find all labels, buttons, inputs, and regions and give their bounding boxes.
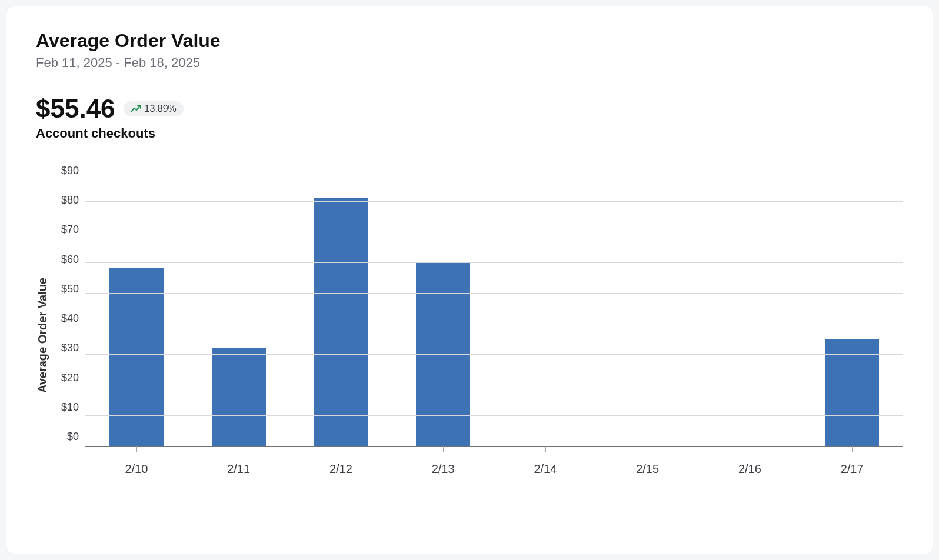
card-title: Average Order Value (36, 30, 903, 52)
y-tick-label: $50 (53, 284, 79, 294)
x-tick-label: 2/15 (597, 462, 699, 476)
x-tick-label: 2/13 (392, 462, 494, 476)
gridline (85, 415, 903, 416)
gridline (85, 262, 903, 263)
y-axis-ticks: $90$80$70$60$50$40$30$20$10$0 (53, 171, 85, 447)
x-tick-label: 2/17 (801, 462, 903, 476)
metric-row: $55.46 13.89% (36, 94, 903, 124)
gridline (85, 354, 903, 355)
metric-value: $55.46 (36, 94, 115, 124)
bar (825, 339, 879, 446)
bar (109, 268, 164, 446)
y-axis-label: Average Order Value (36, 278, 49, 393)
bar-slot (699, 171, 801, 446)
gridline (85, 232, 903, 232)
delta-value: 13.89% (145, 104, 177, 114)
x-tick-label: 2/10 (85, 462, 188, 476)
bar-slot (85, 171, 188, 446)
bar (212, 348, 266, 446)
x-tick-mark (341, 446, 341, 452)
bars-container (85, 171, 903, 446)
y-tick-label: $80 (53, 195, 79, 205)
metric-sub-label: Account checkouts (36, 126, 903, 141)
delta-badge: 13.89% (124, 101, 184, 116)
x-tick-mark (648, 446, 648, 452)
bar-slot (597, 171, 699, 446)
x-tick-label: 2/12 (290, 462, 392, 476)
gridline (85, 201, 903, 202)
gridline (85, 171, 903, 171)
x-axis-ticks: 2/102/112/122/132/142/152/162/17 (85, 462, 903, 476)
bar-slot (801, 171, 903, 446)
x-tick-mark (443, 446, 444, 452)
bar-slot (392, 171, 494, 446)
bar-slot (290, 171, 392, 446)
y-tick-label: $70 (53, 224, 79, 235)
y-tick-label: $0 (53, 431, 79, 442)
x-tick-mark (852, 446, 853, 452)
bar-slot (494, 171, 597, 446)
metric-card: Average Order Value Feb 11, 2025 - Feb 1… (6, 6, 933, 554)
gridline (85, 385, 903, 385)
bar-slot (188, 171, 290, 446)
y-tick-label: $10 (53, 402, 79, 412)
gridline (85, 293, 903, 294)
x-tick-label: 2/16 (699, 462, 801, 476)
x-tick-label: 2/14 (494, 462, 597, 476)
x-tick-mark (239, 446, 239, 452)
x-tick-mark (750, 446, 750, 452)
x-tick-mark (136, 446, 137, 452)
y-tick-label: $90 (53, 165, 79, 176)
y-tick-label: $30 (53, 342, 79, 353)
x-tick-mark (545, 446, 546, 452)
y-tick-label: $40 (53, 313, 79, 324)
gridline (85, 324, 903, 324)
plot-area: 2/102/112/122/132/142/152/162/17 (85, 171, 903, 447)
y-tick-label: $20 (53, 372, 79, 383)
bar (314, 198, 368, 446)
trend-up-icon (131, 105, 141, 113)
chart: Average Order Value $90$80$70$60$50$40$3… (36, 171, 903, 500)
x-tick-label: 2/11 (188, 462, 290, 476)
y-tick-label: $60 (53, 254, 79, 265)
date-range: Feb 11, 2025 - Feb 18, 2025 (36, 55, 903, 71)
